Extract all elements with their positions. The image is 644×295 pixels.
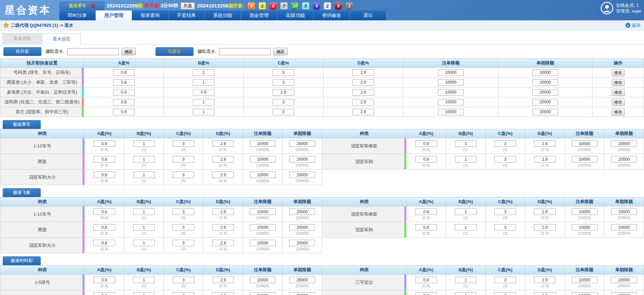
confirm-button-0[interactable]: 确定: [122, 48, 136, 55]
modify-button[interactable]: 修改: [612, 79, 625, 86]
rate-input[interactable]: [352, 99, 374, 105]
limit-input[interactable]: [250, 140, 276, 147]
rate-input[interactable]: [415, 292, 437, 295]
rate-input[interactable]: [212, 292, 234, 295]
rate-input[interactable]: [172, 209, 194, 215]
limit-input[interactable]: [289, 156, 315, 162]
limit-input[interactable]: [289, 224, 315, 231]
rebate-input-1[interactable]: [219, 48, 271, 55]
rate-input[interactable]: [415, 277, 437, 283]
limit-input[interactable]: [572, 277, 597, 283]
rate-input[interactable]: [534, 292, 556, 295]
nav-item-6[interactable]: 高级功能: [277, 11, 314, 20]
limit-input[interactable]: [289, 209, 315, 215]
rate-input[interactable]: [113, 99, 135, 105]
limit-input[interactable]: [611, 224, 637, 231]
rate-input[interactable]: [93, 224, 115, 231]
rate-input[interactable]: [172, 277, 194, 283]
rate-input[interactable]: [415, 140, 437, 147]
rate-input[interactable]: [494, 156, 516, 162]
rate-input[interactable]: [494, 292, 516, 295]
limit-input[interactable]: [532, 79, 558, 86]
limit-input[interactable]: [438, 89, 464, 96]
rate-input[interactable]: [133, 240, 155, 246]
rate-input[interactable]: [133, 292, 155, 295]
close-market-button[interactable]: 关盘: [181, 2, 195, 9]
rate-input[interactable]: [455, 209, 477, 215]
limit-input[interactable]: [289, 292, 315, 295]
rate-input[interactable]: [352, 79, 374, 86]
limit-input[interactable]: [532, 109, 558, 115]
limit-input[interactable]: [572, 209, 597, 215]
section-title-button-1[interactable]: 极速飞艇: [3, 188, 41, 197]
limit-input[interactable]: [572, 140, 597, 147]
modify-button[interactable]: 修改: [612, 99, 625, 106]
nav-item-2[interactable]: 报表查询: [132, 11, 168, 20]
limit-input[interactable]: [250, 277, 276, 283]
rate-input[interactable]: [455, 292, 477, 295]
rate-input[interactable]: [494, 140, 516, 147]
rate-input[interactable]: [455, 224, 477, 231]
rate-input[interactable]: [273, 70, 294, 76]
limit-input[interactable]: [572, 292, 597, 295]
rate-input[interactable]: [273, 99, 294, 105]
rate-input[interactable]: [415, 209, 437, 215]
rate-input[interactable]: [113, 109, 135, 115]
limit-input[interactable]: [438, 109, 464, 115]
modify-button[interactable]: 修改: [612, 69, 625, 76]
rate-input[interactable]: [133, 156, 155, 162]
rate-input[interactable]: [212, 209, 234, 215]
rate-input[interactable]: [93, 156, 115, 162]
rate-input[interactable]: [172, 224, 194, 231]
game-select-dropdown[interactable]: 极速赛车: [59, 2, 104, 10]
limit-input[interactable]: [611, 292, 637, 295]
rate-input[interactable]: [273, 89, 294, 96]
rate-input[interactable]: [212, 156, 234, 162]
rate-input[interactable]: [212, 240, 234, 246]
limit-input[interactable]: [289, 140, 315, 147]
rate-input[interactable]: [172, 172, 194, 178]
limit-input[interactable]: [250, 172, 276, 178]
section-title-button-0[interactable]: 极速赛车: [3, 120, 41, 129]
limit-input[interactable]: [250, 209, 276, 215]
section-title-button-2[interactable]: 极速时时彩: [3, 256, 41, 265]
rate-input[interactable]: [193, 70, 215, 76]
rate-input[interactable]: [534, 277, 556, 283]
rate-input[interactable]: [534, 224, 556, 231]
rate-input[interactable]: [133, 172, 155, 178]
nav-item-4[interactable]: 系统功能: [205, 11, 241, 20]
rate-input[interactable]: [93, 240, 115, 246]
rate-input[interactable]: [352, 70, 374, 76]
limit-input[interactable]: [532, 70, 558, 76]
limit-input[interactable]: [611, 209, 637, 215]
rate-input[interactable]: [193, 89, 215, 96]
limit-input[interactable]: [572, 156, 597, 162]
rate-input[interactable]: [193, 79, 215, 86]
rate-input[interactable]: [212, 172, 234, 178]
rate-input[interactable]: [172, 292, 194, 295]
rate-input[interactable]: [93, 140, 115, 147]
rate-input[interactable]: [534, 209, 556, 215]
limit-input[interactable]: [250, 292, 276, 295]
rate-input[interactable]: [415, 156, 437, 162]
back-link[interactable]: ➔ 返回: [625, 22, 641, 28]
filter-group-button-1[interactable]: 低频彩: [155, 47, 194, 56]
limit-input[interactable]: [611, 140, 637, 147]
rate-input[interactable]: [133, 224, 155, 231]
limit-input[interactable]: [250, 240, 276, 246]
rate-input[interactable]: [455, 140, 477, 147]
rate-input[interactable]: [415, 224, 437, 231]
rate-input[interactable]: [133, 209, 155, 215]
rate-input[interactable]: [212, 224, 234, 231]
rate-input[interactable]: [212, 140, 234, 147]
rate-input[interactable]: [113, 70, 135, 76]
nav-item-1[interactable]: 用户管理: [96, 11, 132, 20]
nav-item-3[interactable]: 开奖结果: [168, 11, 205, 20]
limit-input[interactable]: [532, 99, 558, 105]
limit-input[interactable]: [572, 224, 597, 231]
rate-input[interactable]: [455, 156, 477, 162]
rate-input[interactable]: [113, 79, 135, 86]
nav-item-5[interactable]: 现金管理: [241, 11, 277, 20]
limit-input[interactable]: [611, 156, 637, 162]
rate-input[interactable]: [494, 209, 516, 215]
